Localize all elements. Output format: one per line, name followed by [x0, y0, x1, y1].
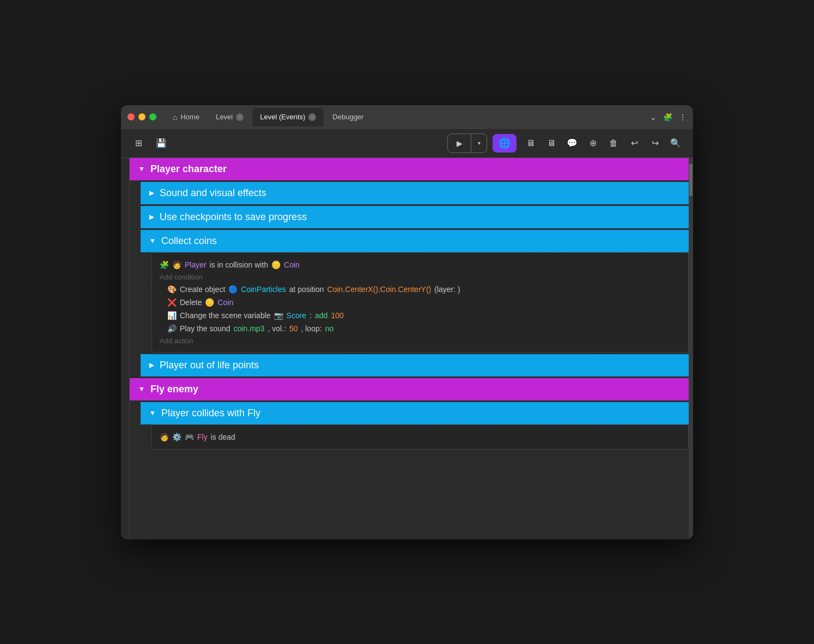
maximize-button[interactable] — [149, 113, 156, 120]
fly-condition-row[interactable]: 🧑 ⚙️ 🎮 Fly is dead — [160, 430, 681, 443]
add-subevent-icon[interactable]: 🖥 — [543, 135, 560, 152]
at-position-text: at position — [289, 285, 324, 294]
tab-debugger[interactable]: Debugger — [325, 108, 371, 126]
action-row-create-object[interactable]: 🎨 Create object 🔵 CoinParticles at posit… — [167, 283, 681, 296]
create-text: Create object — [180, 285, 225, 294]
play-button[interactable]: ▶ — [448, 134, 471, 153]
toolbar-right: 🖥 🖥 💬 ⊕ 🗑 ↩ ↪ 🔍 — [522, 135, 684, 152]
minimize-button[interactable] — [138, 113, 145, 120]
play-group: ▶ ▾ — [447, 133, 487, 153]
add-event-icon[interactable]: 🖥 — [522, 135, 539, 152]
search-icon[interactable]: 🔍 — [667, 135, 684, 152]
vol-text: , vol.: — [268, 324, 285, 333]
action-delete-icon: ❌ — [167, 298, 177, 307]
add-text: add — [315, 311, 327, 320]
sound-file: coin.mp3 — [234, 324, 265, 333]
tab-home[interactable]: ⌂ Home — [165, 108, 207, 126]
toolbar-left: ⊞ 💾 — [130, 135, 170, 152]
toggle-arrow-coins: ▼ — [149, 237, 156, 245]
title-bar: ⌂ Home Level × Level (Events) × Debugger… — [121, 105, 693, 129]
coin-icon: 🪙 — [271, 260, 281, 269]
panels-icon[interactable]: ⊞ — [130, 135, 147, 152]
redo-icon[interactable]: ↪ — [646, 135, 664, 152]
globe-button[interactable]: 🌐 — [493, 134, 517, 153]
play-sound-text: Play the sound — [180, 324, 230, 333]
fly-is-dead-text: is dead — [211, 433, 235, 441]
colon-text: : — [309, 311, 312, 320]
vol-value: 50 — [289, 324, 298, 333]
event-subgroup-player-fly[interactable]: ▼ Player collides with Fly — [141, 402, 689, 424]
traffic-lights — [127, 113, 156, 120]
tab-home-label: Home — [180, 113, 199, 121]
toggle-arrow-player-fly: ▼ — [149, 409, 156, 417]
coin-name: Coin — [284, 260, 300, 269]
toggle-arrow-fly: ▼ — [138, 385, 145, 393]
add-action-label[interactable]: Add action — [160, 335, 681, 347]
layer-text: (layer: ) — [434, 285, 460, 294]
close-button[interactable] — [127, 113, 135, 120]
action-row-change-variable[interactable]: 📊 Change the scene variable 📷 Score : ad… — [167, 309, 681, 322]
collision-text: is in collision with — [210, 260, 268, 269]
scrollbar-thumb[interactable] — [689, 163, 692, 196]
event-subgroup-checkpoints[interactable]: ▶ Use checkpoints to save progress — [141, 206, 689, 228]
action-row-play-sound[interactable]: 🔊 Play the sound coin.mp3 , vol.: 50 , l… — [167, 322, 681, 335]
globe-icon: 🌐 — [499, 137, 511, 149]
add-condition-label[interactable]: Add condition — [160, 271, 681, 283]
tab-bar: ⌂ Home Level × Level (Events) × Debugger… — [165, 108, 687, 126]
condition-icon-tile: 🧩 — [160, 260, 169, 269]
more-options-icon[interactable]: ⋮ — [679, 113, 687, 121]
change-variable-text: Change the scene variable — [180, 311, 271, 320]
fly-collision-content: 🧑 ⚙️ 🎮 Fly is dead — [151, 424, 689, 449]
add-icon[interactable]: ⊕ — [584, 135, 602, 152]
tab-level[interactable]: Level × — [208, 108, 251, 126]
fly-icon2: ⚙️ — [172, 433, 181, 441]
add-comment-icon[interactable]: 💬 — [563, 135, 581, 152]
tab-level-events[interactable]: Level (Events) × — [252, 108, 324, 126]
checkpoints-label: Use checkpoints to save progress — [160, 211, 307, 223]
save-icon[interactable]: 💾 — [153, 135, 170, 152]
extensions-icon[interactable]: 🧩 — [663, 113, 672, 121]
condition-row-collision[interactable]: 🧩 🧑 Player is in collision with 🪙 Coin — [160, 258, 681, 271]
action-row-delete-coin[interactable]: ❌ Delete 🪙 Coin — [167, 296, 681, 309]
app-window: ⌂ Home Level × Level (Events) × Debugger… — [121, 105, 693, 539]
toolbar: ⊞ 💾 ▶ ▾ 🌐 🖥 🖥 💬 ⊕ 🗑 ↩ ↪ 🔍 — [121, 129, 693, 158]
event-group-player-character[interactable]: ▼ Player character — [130, 158, 689, 180]
action-variable-icon: 📊 — [167, 311, 177, 320]
life-points-label: Player out of life points — [160, 360, 259, 371]
event-subgroup-collect-coins[interactable]: ▼ Collect coins — [141, 230, 689, 252]
coin-delete-name: Coin — [217, 298, 233, 307]
home-icon: ⌂ — [173, 113, 177, 121]
tab-level-close[interactable]: × — [236, 113, 244, 121]
score-var-icon: 📷 — [274, 311, 283, 320]
fly-object-name: Fly — [197, 433, 208, 441]
score-value: 100 — [331, 311, 343, 320]
sound-effects-label: Sound and visual effects — [160, 187, 266, 199]
action-create-icon: 🎨 — [167, 285, 177, 294]
undo-icon[interactable]: ↩ — [625, 135, 643, 152]
scrollbar-track[interactable] — [689, 158, 693, 539]
content-area[interactable]: ▼ Player character ▶ Sound and visual ef… — [130, 158, 689, 539]
collect-coins-content: 🧩 🧑 Player is in collision with 🪙 Coin A… — [151, 252, 689, 353]
tabs-dropdown-icon[interactable]: ⌄ — [650, 113, 657, 121]
fly-icon1: 🧑 — [160, 433, 169, 441]
toggle-arrow-checkpoints: ▶ — [149, 213, 154, 221]
delete-text: Delete — [180, 298, 202, 307]
fly-enemy-label: Fly enemy — [150, 384, 198, 395]
sidebar-gutter — [121, 158, 130, 539]
delete-icon[interactable]: 🗑 — [605, 135, 622, 152]
toggle-arrow-sound: ▶ — [149, 189, 154, 197]
loop-text: , loop: — [301, 324, 321, 333]
event-subgroup-life-points[interactable]: ▶ Player out of life points — [141, 354, 689, 376]
tab-level-events-close[interactable]: × — [308, 113, 316, 121]
fly-icon3: 🎮 — [185, 433, 194, 441]
coin-delete-icon: 🪙 — [205, 298, 214, 307]
tab-level-label: Level — [216, 113, 233, 121]
player-character-label: Player character — [150, 163, 227, 175]
player-collides-fly-label: Player collides with Fly — [161, 408, 260, 419]
main-content: ▼ Player character ▶ Sound and visual ef… — [121, 158, 693, 539]
event-group-fly-enemy[interactable]: ▼ Fly enemy — [130, 378, 689, 400]
event-subgroup-sound[interactable]: ▶ Sound and visual effects — [141, 182, 689, 204]
player-name: Player — [185, 260, 206, 269]
play-dropdown[interactable]: ▾ — [471, 134, 487, 153]
toggle-arrow-player: ▼ — [138, 165, 145, 173]
